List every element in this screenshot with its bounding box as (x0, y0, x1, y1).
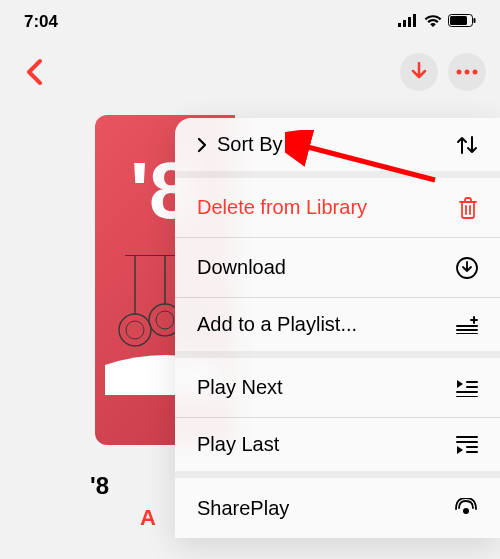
download-arrow-icon (410, 62, 428, 82)
play-last-icon (456, 436, 478, 454)
menu-shareplay[interactable]: SharePlay (175, 478, 500, 538)
menu-label: Sort By (217, 133, 283, 156)
download-circle-icon (456, 257, 478, 279)
back-button[interactable] (14, 52, 54, 92)
svg-point-15 (126, 321, 144, 339)
status-indicators (398, 13, 476, 31)
svg-rect-1 (403, 20, 406, 27)
play-next-icon (456, 379, 478, 397)
download-button[interactable] (400, 53, 438, 91)
context-menu: Sort By Delete from Library Download Add… (175, 118, 500, 538)
svg-point-32 (463, 508, 469, 514)
album-title: '8 (90, 472, 109, 500)
menu-add-playlist[interactable]: Add to a Playlist... (175, 298, 500, 358)
menu-download[interactable]: Download (175, 238, 500, 298)
menu-label: Delete from Library (197, 196, 367, 219)
svg-rect-2 (408, 17, 411, 27)
menu-label: Play Last (197, 433, 279, 456)
svg-point-9 (473, 70, 478, 75)
wifi-icon (424, 13, 442, 31)
menu-label: SharePlay (197, 497, 289, 520)
trash-icon (458, 197, 478, 219)
menu-play-next[interactable]: Play Next (175, 358, 500, 418)
menu-play-last[interactable]: Play Last (175, 418, 500, 478)
menu-label: Play Next (197, 376, 283, 399)
svg-point-14 (119, 314, 151, 346)
svg-rect-6 (474, 18, 476, 23)
battery-icon (448, 13, 476, 31)
nav-actions (400, 53, 486, 91)
ellipsis-icon (456, 69, 478, 75)
cellular-icon (398, 13, 418, 31)
svg-rect-5 (450, 16, 467, 25)
menu-label: Download (197, 256, 286, 279)
status-time: 7:04 (24, 12, 58, 32)
svg-rect-0 (398, 23, 401, 27)
sort-arrows-icon (456, 135, 478, 155)
menu-label: Add to a Playlist... (197, 313, 357, 336)
menu-sort-by[interactable]: Sort By (175, 118, 500, 178)
chevron-right-icon (197, 137, 207, 153)
status-bar: 7:04 (0, 0, 500, 44)
chevron-left-icon (25, 58, 43, 86)
nav-bar (0, 44, 500, 100)
menu-delete[interactable]: Delete from Library (175, 178, 500, 238)
svg-point-17 (156, 311, 174, 329)
album-artist[interactable]: A (140, 505, 156, 531)
svg-point-7 (457, 70, 462, 75)
shareplay-icon (454, 498, 478, 518)
svg-rect-3 (413, 14, 416, 27)
more-button[interactable] (448, 53, 486, 91)
svg-point-8 (465, 70, 470, 75)
add-playlist-icon (456, 316, 478, 334)
